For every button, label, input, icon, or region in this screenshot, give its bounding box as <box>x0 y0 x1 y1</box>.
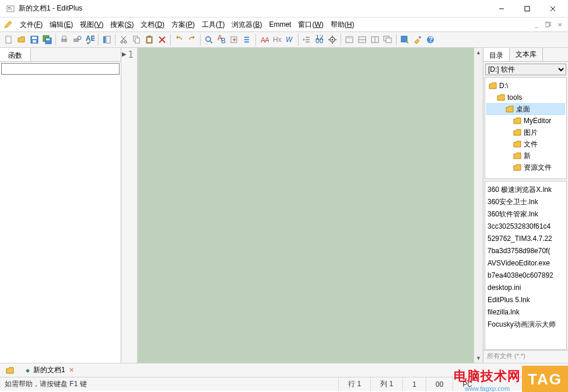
find-button[interactable] <box>202 33 215 46</box>
menu-w[interactable]: 窗口(W) <box>294 19 327 30</box>
cliptext-tab[interactable]: 文本库 <box>510 48 543 61</box>
columns-button[interactable]: 1200 <box>313 33 326 46</box>
svg-rect-41 <box>244 37 249 38</box>
vertical-scrollbar[interactable]: ▲ ▼ <box>474 48 483 363</box>
mdi-close-button[interactable]: ✕ <box>555 20 565 29</box>
window-4-button[interactable] <box>381 33 394 46</box>
cut-button[interactable] <box>117 33 130 46</box>
function-search-input[interactable] <box>1 63 120 75</box>
tree-item[interactable]: D:\ <box>486 80 565 92</box>
scroll-up-button[interactable]: ▲ <box>474 48 483 57</box>
undo-button[interactable] <box>173 33 185 46</box>
editor-body[interactable] <box>138 48 474 363</box>
close-button[interactable] <box>540 1 566 17</box>
new-file-button[interactable] <box>2 33 15 46</box>
menu-f[interactable]: 文件(F) <box>16 19 46 30</box>
minimize-button[interactable] <box>489 1 514 17</box>
file-item[interactable]: EditPlus 5.lnk <box>488 294 564 306</box>
goto-button[interactable] <box>228 33 241 46</box>
menu-v[interactable]: 视图(V) <box>76 19 107 30</box>
save-button[interactable] <box>28 33 41 46</box>
redo-button[interactable] <box>185 33 198 46</box>
file-list[interactable]: 360 极速浏览器X.lnk360安全卫士.lnk360软件管家.lnk3cc3… <box>485 181 567 350</box>
file-item[interactable]: desktop.ini <box>488 282 564 294</box>
copy-button[interactable] <box>130 33 143 46</box>
tree-item[interactable]: 文件 <box>486 138 565 150</box>
window-2-button[interactable] <box>356 33 369 46</box>
hex-button[interactable]: Hx <box>271 33 283 46</box>
bookmark-button[interactable] <box>241 33 254 46</box>
tree-item[interactable]: 新 <box>486 150 565 162</box>
scroll-down-button[interactable]: ▼ <box>474 354 483 363</box>
file-item[interactable]: 360 极速浏览器X.lnk <box>488 184 564 196</box>
mdi-restore-button[interactable] <box>543 20 553 29</box>
font-button[interactable]: AA <box>258 33 271 46</box>
folder-icon[interactable] <box>6 367 14 374</box>
replace-button[interactable]: AB <box>215 33 228 46</box>
drive-select[interactable]: [D:] 软件 <box>485 64 566 75</box>
save-config-button[interactable] <box>398 33 411 46</box>
svg-rect-32 <box>148 38 151 42</box>
tree-item[interactable]: 图片 <box>486 127 565 138</box>
folder-tree[interactable]: D:\tools桌面MyEditor图片文件新资源文件 <box>485 77 567 179</box>
menu-h[interactable]: 帮助(H) <box>327 19 358 30</box>
spell-check-button[interactable]: ABC <box>83 33 96 46</box>
editor: ▶ 1 ▲ ▼ <box>121 48 483 363</box>
tree-item-label: tools <box>507 93 522 102</box>
folder-icon <box>497 94 505 101</box>
directory-tab[interactable]: 目录 <box>483 48 510 61</box>
menu-b[interactable]: 浏览器(B) <box>228 19 265 30</box>
menu-p[interactable]: 方案(P) <box>168 19 198 30</box>
folder-icon <box>513 141 521 148</box>
file-item[interactable]: 360安全卫士.lnk <box>488 196 564 208</box>
svg-rect-4 <box>525 6 530 11</box>
folder-icon <box>513 164 521 171</box>
delete-button[interactable] <box>156 33 169 46</box>
svg-rect-43 <box>244 41 249 43</box>
menu-emmet[interactable]: Emmet <box>265 19 294 30</box>
tree-item-label: D:\ <box>499 82 508 90</box>
mdi-minimize-button[interactable]: _ <box>531 20 542 29</box>
open-file-button[interactable] <box>15 33 28 46</box>
menu-d[interactable]: 文档(D) <box>137 19 168 30</box>
settings-button[interactable] <box>326 33 339 46</box>
tree-item-label: 桌面 <box>516 104 530 114</box>
functions-tab[interactable]: 函数 <box>0 48 31 61</box>
window-3-button[interactable] <box>369 33 381 46</box>
file-item[interactable]: AVSVideoEditor.exe <box>488 257 564 270</box>
browser-button[interactable]: W <box>283 33 296 46</box>
toggle-panel-button[interactable] <box>100 33 113 46</box>
print-button[interactable] <box>58 33 71 46</box>
tree-item[interactable]: 资源文件 <box>486 162 565 173</box>
file-item[interactable]: Focusky动画演示大师 <box>488 318 564 331</box>
folder-icon <box>513 129 521 136</box>
tools-button[interactable] <box>411 33 424 46</box>
left-tabs: 函数 <box>0 48 121 62</box>
menu-s[interactable]: 搜索(S) <box>107 19 137 30</box>
paste-button[interactable] <box>143 33 156 46</box>
file-item[interactable]: 3cc302532830f61c4 <box>488 220 564 233</box>
tree-item[interactable]: 桌面 <box>486 103 565 115</box>
menu-e[interactable]: 编辑(E) <box>46 19 76 30</box>
document-tab[interactable]: ◆ 新的文档1 ✕ <box>21 364 79 376</box>
window-1-button[interactable] <box>343 33 356 46</box>
file-item[interactable]: 529762_TIM3.4.7.22 <box>488 233 564 245</box>
svg-rect-24 <box>106 36 110 43</box>
file-item[interactable]: 7ba3d3758d98e70f( <box>488 245 564 257</box>
file-item[interactable]: b7ea4038e0c607892 <box>488 270 564 282</box>
maximize-button[interactable] <box>514 1 540 17</box>
statusbar-spacer <box>482 377 563 391</box>
file-filter-label: 所有文件 (*.*) <box>483 350 568 363</box>
tree-item[interactable]: tools <box>486 92 565 103</box>
tree-item[interactable]: MyEditor <box>486 115 565 127</box>
help-button[interactable]: ? <box>424 33 437 46</box>
file-item[interactable]: filezilla.lnk <box>488 306 564 318</box>
print-preview-button[interactable] <box>71 33 83 46</box>
indent-button[interactable] <box>300 33 313 46</box>
file-item[interactable]: 360软件管家.lnk <box>488 208 564 220</box>
caret-marker-icon: ▶ <box>122 51 127 57</box>
menu-t[interactable]: 工具(T) <box>198 19 228 30</box>
window-title: 新的文档1 - EditPlus <box>19 4 489 13</box>
save-all-button[interactable] <box>41 33 54 46</box>
close-tab-button[interactable]: ✕ <box>69 366 74 374</box>
